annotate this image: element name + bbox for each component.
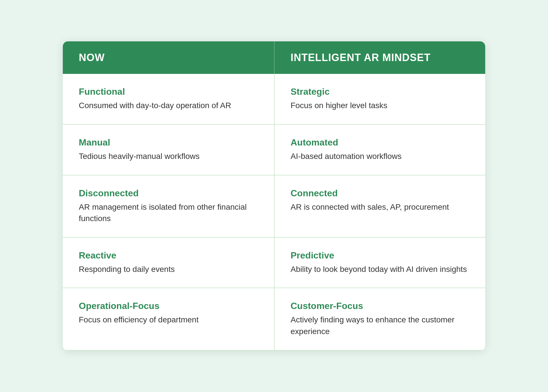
row-2-left: Disconnected AR management is isolated f… (63, 175, 274, 238)
row-3-right-desc: Ability to look beyond today with AI dri… (291, 264, 469, 275)
row-4-left: Operational-Focus Focus on efficiency of… (63, 288, 274, 350)
row-2-left-title: Disconnected (79, 188, 258, 199)
row-1-left-desc: Tedious heavily-manual workflows (79, 151, 258, 162)
row-3-right: Predictive Ability to look beyond today … (274, 238, 485, 288)
row-4-left-title: Operational-Focus (79, 301, 258, 311)
header-intelligent-ar: INTELLIGENT AR MINDSET (274, 41, 485, 74)
row-1-right: Automated AI-based automation workflows (274, 125, 485, 175)
row-1-right-title: Automated (291, 137, 469, 148)
row-3-left-desc: Responding to daily events (79, 264, 258, 275)
row-2-right: Connected AR is connected with sales, AP… (274, 175, 485, 238)
table-header: NOW INTELLIGENT AR MINDSET (63, 41, 485, 74)
row-4-right-desc: Actively finding ways to enhance the cus… (291, 314, 469, 337)
header-now: NOW (63, 41, 274, 74)
row-2-right-title: Connected (291, 188, 469, 199)
row-1-left: Manual Tedious heavily-manual workflows (63, 125, 274, 175)
row-0-left: Functional Consumed with day-to-day oper… (63, 74, 274, 125)
row-3-right-title: Predictive (291, 250, 469, 261)
row-4-right-title: Customer-Focus (291, 301, 469, 311)
row-4-right: Customer-Focus Actively finding ways to … (274, 288, 485, 350)
row-0-right-title: Strategic (291, 86, 469, 97)
table-body: Functional Consumed with day-to-day oper… (63, 74, 485, 350)
row-2-right-desc: AR is connected with sales, AP, procurem… (291, 201, 469, 213)
row-0-right: Strategic Focus on higher level tasks (274, 74, 485, 125)
row-0-left-title: Functional (79, 86, 258, 97)
row-0-right-desc: Focus on higher level tasks (291, 100, 469, 112)
row-3-left: Reactive Responding to daily events (63, 238, 274, 288)
row-4-left-desc: Focus on efficiency of department (79, 314, 258, 326)
row-2-left-desc: AR management is isolated from other fin… (79, 201, 258, 225)
row-1-left-title: Manual (79, 137, 258, 148)
comparison-card: NOW INTELLIGENT AR MINDSET Functional Co… (63, 41, 485, 350)
row-0-left-desc: Consumed with day-to-day operation of AR (79, 100, 258, 112)
row-1-right-desc: AI-based automation workflows (291, 151, 469, 162)
row-3-left-title: Reactive (79, 250, 258, 261)
